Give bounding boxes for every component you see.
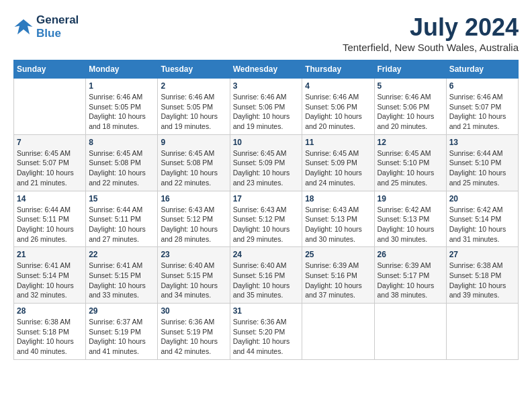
- calendar-cell: 28Sunrise: 6:38 AMSunset: 5:18 PMDayligh…: [14, 304, 86, 360]
- day-number: 22: [89, 250, 154, 259]
- calendar-cell: [446, 304, 518, 360]
- svg-marker-0: [15, 19, 33, 35]
- day-info: Sunrise: 6:46 AMSunset: 5:05 PMDaylight:…: [161, 92, 226, 132]
- day-number: 19: [378, 194, 443, 203]
- day-number: 24: [233, 250, 300, 259]
- calendar-table: SundayMondayTuesdayWednesdayThursdayFrid…: [13, 60, 519, 360]
- calendar-cell: 23Sunrise: 6:40 AMSunset: 5:15 PMDayligh…: [158, 247, 230, 304]
- day-info: Sunrise: 6:36 AMSunset: 5:19 PMDaylight:…: [161, 317, 226, 357]
- calendar-cell: 27Sunrise: 6:38 AMSunset: 5:18 PMDayligh…: [446, 247, 518, 304]
- calendar-cell: 7Sunrise: 6:45 AMSunset: 5:07 PMDaylight…: [14, 134, 86, 191]
- day-number: 5: [378, 81, 443, 91]
- calendar-cell: 21Sunrise: 6:41 AMSunset: 5:14 PMDayligh…: [14, 247, 86, 304]
- calendar-cell: 29Sunrise: 6:37 AMSunset: 5:19 PMDayligh…: [86, 304, 158, 360]
- column-header-tuesday: Tuesday: [158, 60, 230, 79]
- title-area: July 2024 Tenterfield, New South Wales, …: [343, 13, 519, 53]
- day-number: 13: [449, 138, 515, 147]
- calendar-cell: 3Sunrise: 6:46 AMSunset: 5:06 PMDaylight…: [230, 79, 302, 135]
- calendar-cell: 8Sunrise: 6:45 AMSunset: 5:08 PMDaylight…: [86, 134, 158, 191]
- column-header-friday: Friday: [374, 60, 446, 79]
- logo-icon: [13, 17, 34, 37]
- calendar-cell: 20Sunrise: 6:42 AMSunset: 5:14 PMDayligh…: [446, 191, 518, 247]
- day-info: Sunrise: 6:46 AMSunset: 5:07 PMDaylight:…: [449, 92, 515, 132]
- calendar-cell: 1Sunrise: 6:46 AMSunset: 5:05 PMDaylight…: [86, 79, 158, 135]
- calendar-cell: 12Sunrise: 6:45 AMSunset: 5:10 PMDayligh…: [374, 134, 446, 191]
- day-number: 31: [233, 306, 300, 316]
- column-header-thursday: Thursday: [302, 60, 374, 79]
- calendar-cell: 16Sunrise: 6:43 AMSunset: 5:12 PMDayligh…: [158, 191, 230, 247]
- calendar-cell: 2Sunrise: 6:46 AMSunset: 5:05 PMDaylight…: [158, 79, 230, 135]
- calendar-cell: 9Sunrise: 6:45 AMSunset: 5:08 PMDaylight…: [158, 134, 230, 191]
- calendar-cell: [14, 79, 86, 135]
- day-number: 2: [161, 81, 226, 91]
- day-info: Sunrise: 6:43 AMSunset: 5:13 PMDaylight:…: [305, 205, 371, 244]
- month-title: July 2024: [343, 13, 519, 42]
- day-info: Sunrise: 6:38 AMSunset: 5:18 PMDaylight:…: [17, 317, 83, 357]
- calendar-cell: 30Sunrise: 6:36 AMSunset: 5:19 PMDayligh…: [158, 304, 230, 360]
- calendar-cell: 13Sunrise: 6:44 AMSunset: 5:10 PMDayligh…: [446, 134, 518, 191]
- day-info: Sunrise: 6:44 AMSunset: 5:11 PMDaylight:…: [17, 205, 83, 244]
- day-info: Sunrise: 6:41 AMSunset: 5:15 PMDaylight:…: [89, 261, 154, 300]
- calendar-cell: 14Sunrise: 6:44 AMSunset: 5:11 PMDayligh…: [14, 191, 86, 247]
- column-header-wednesday: Wednesday: [230, 60, 302, 79]
- day-info: Sunrise: 6:46 AMSunset: 5:05 PMDaylight:…: [89, 92, 154, 132]
- calendar-cell: 26Sunrise: 6:39 AMSunset: 5:17 PMDayligh…: [374, 247, 446, 304]
- calendar-cell: 15Sunrise: 6:44 AMSunset: 5:11 PMDayligh…: [86, 191, 158, 247]
- day-number: 12: [378, 138, 443, 147]
- calendar-cell: 19Sunrise: 6:42 AMSunset: 5:13 PMDayligh…: [374, 191, 446, 247]
- calendar-cell: 10Sunrise: 6:45 AMSunset: 5:09 PMDayligh…: [230, 134, 302, 191]
- calendar-cell: 6Sunrise: 6:46 AMSunset: 5:07 PMDaylight…: [446, 79, 518, 135]
- column-header-monday: Monday: [86, 60, 158, 79]
- day-number: 6: [449, 81, 515, 91]
- week-row-1: 1Sunrise: 6:46 AMSunset: 5:05 PMDaylight…: [14, 79, 519, 135]
- day-number: 14: [17, 194, 83, 203]
- day-number: 23: [161, 250, 226, 259]
- day-info: Sunrise: 6:43 AMSunset: 5:12 PMDaylight:…: [161, 205, 226, 244]
- header-row: SundayMondayTuesdayWednesdayThursdayFrid…: [14, 60, 519, 79]
- day-number: 10: [233, 138, 300, 147]
- day-number: 7: [17, 138, 83, 147]
- week-row-2: 7Sunrise: 6:45 AMSunset: 5:07 PMDaylight…: [14, 134, 519, 191]
- calendar-cell: 24Sunrise: 6:40 AMSunset: 5:16 PMDayligh…: [230, 247, 302, 304]
- day-info: Sunrise: 6:46 AMSunset: 5:06 PMDaylight:…: [233, 92, 300, 132]
- day-info: Sunrise: 6:41 AMSunset: 5:14 PMDaylight:…: [17, 261, 83, 300]
- day-info: Sunrise: 6:45 AMSunset: 5:10 PMDaylight:…: [378, 148, 443, 188]
- calendar-cell: [374, 304, 446, 360]
- day-info: Sunrise: 6:40 AMSunset: 5:15 PMDaylight:…: [161, 261, 226, 300]
- day-number: 1: [89, 81, 154, 91]
- calendar-cell: 5Sunrise: 6:46 AMSunset: 5:06 PMDaylight…: [374, 79, 446, 135]
- day-info: Sunrise: 6:36 AMSunset: 5:20 PMDaylight:…: [233, 317, 300, 357]
- day-info: Sunrise: 6:44 AMSunset: 5:10 PMDaylight:…: [449, 148, 515, 188]
- calendar-cell: 25Sunrise: 6:39 AMSunset: 5:16 PMDayligh…: [302, 247, 374, 304]
- day-info: Sunrise: 6:44 AMSunset: 5:11 PMDaylight:…: [89, 205, 154, 244]
- day-number: 28: [17, 306, 83, 316]
- calendar-cell: 18Sunrise: 6:43 AMSunset: 5:13 PMDayligh…: [302, 191, 374, 247]
- day-info: Sunrise: 6:40 AMSunset: 5:16 PMDaylight:…: [233, 261, 300, 300]
- calendar-cell: 4Sunrise: 6:46 AMSunset: 5:06 PMDaylight…: [302, 79, 374, 135]
- day-number: 15: [89, 194, 154, 203]
- day-number: 11: [305, 138, 371, 147]
- logo-text: General Blue: [36, 13, 79, 40]
- day-number: 20: [449, 194, 515, 203]
- calendar-cell: 17Sunrise: 6:43 AMSunset: 5:12 PMDayligh…: [230, 191, 302, 247]
- day-info: Sunrise: 6:43 AMSunset: 5:12 PMDaylight:…: [233, 205, 300, 244]
- day-number: 18: [305, 194, 371, 203]
- day-info: Sunrise: 6:39 AMSunset: 5:16 PMDaylight:…: [305, 261, 371, 300]
- day-number: 27: [449, 250, 515, 259]
- day-info: Sunrise: 6:45 AMSunset: 5:09 PMDaylight:…: [233, 148, 300, 188]
- day-info: Sunrise: 6:45 AMSunset: 5:08 PMDaylight:…: [89, 148, 154, 188]
- day-info: Sunrise: 6:37 AMSunset: 5:19 PMDaylight:…: [89, 317, 154, 357]
- logo: General Blue: [13, 13, 79, 40]
- day-number: 16: [161, 194, 226, 203]
- day-number: 26: [378, 250, 443, 259]
- day-info: Sunrise: 6:45 AMSunset: 5:07 PMDaylight:…: [17, 148, 83, 188]
- day-info: Sunrise: 6:42 AMSunset: 5:13 PMDaylight:…: [378, 205, 443, 244]
- day-info: Sunrise: 6:46 AMSunset: 5:06 PMDaylight:…: [378, 92, 443, 132]
- day-number: 21: [17, 250, 83, 259]
- day-number: 4: [305, 81, 371, 91]
- day-info: Sunrise: 6:38 AMSunset: 5:18 PMDaylight:…: [449, 261, 515, 300]
- column-header-saturday: Saturday: [446, 60, 518, 79]
- day-number: 29: [89, 306, 154, 316]
- day-info: Sunrise: 6:42 AMSunset: 5:14 PMDaylight:…: [449, 205, 515, 244]
- day-number: 30: [161, 306, 226, 316]
